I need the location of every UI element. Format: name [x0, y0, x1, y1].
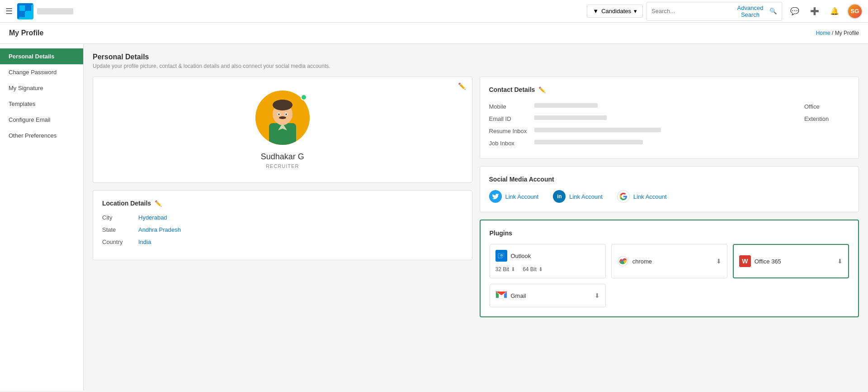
plugins-card: Plugins	[480, 220, 859, 317]
country-row: Country India	[102, 239, 463, 245]
contact-table: Mobile Office Email	[489, 100, 850, 149]
sidebar-item-other-preferences[interactable]: Other Preferences	[0, 128, 83, 143]
sidebar-item-personal-details[interactable]: Personal Details	[0, 48, 83, 64]
email-row: Email ID Extention	[489, 113, 850, 125]
chrome-download-icon[interactable]: ⬇	[716, 258, 722, 265]
chrome-icon	[617, 255, 629, 267]
sidebar-item-configure-email[interactable]: Configure Email	[0, 112, 83, 128]
notification-icon-button[interactable]: 🔔	[827, 4, 842, 19]
advanced-search-button[interactable]: Advanced Search	[731, 5, 769, 18]
download-32-icon[interactable]: ⬇	[511, 266, 515, 272]
search-input[interactable]	[651, 8, 727, 14]
outlook-label: Outlook	[511, 253, 531, 259]
svg-point-14	[285, 114, 287, 115]
chrome-label: chrome	[632, 258, 652, 265]
location-edit-icon[interactable]: ✏️	[155, 200, 162, 207]
profile-name: Sudhakar G	[261, 152, 304, 162]
svg-point-10	[279, 116, 286, 119]
svg-point-13	[278, 114, 279, 115]
breadcrumb-home[interactable]: Home	[816, 30, 830, 36]
sidebar-item-label: Configure Email	[9, 116, 51, 123]
mobile-value-blurred	[534, 103, 598, 108]
chrome-label-row: chrome	[617, 255, 652, 267]
country-value: India	[138, 239, 151, 245]
city-value: Hyderabad	[138, 214, 167, 221]
sidebar-item-label: My Signature	[9, 85, 43, 91]
twitter-link-item[interactable]: Link Account	[489, 190, 539, 203]
country-label: Country	[102, 239, 138, 245]
linkedin-icon: in	[553, 190, 566, 203]
logo-area	[17, 3, 73, 19]
user-avatar-button[interactable]: SG	[847, 4, 863, 19]
state-row: State Andhra Pradesh	[102, 226, 463, 233]
profile-edit-icon[interactable]: ✏️	[458, 82, 466, 90]
sidebar-item-label: Templates	[9, 100, 35, 107]
breadcrumb-current: My Profile	[835, 30, 859, 36]
main-content: Personal Details Update your profile pic…	[84, 44, 868, 391]
page-header: My Profile Home / My Profile	[0, 23, 868, 44]
linkedin-link-text: Link Account	[569, 193, 603, 200]
svg-rect-2	[19, 12, 25, 17]
plugins-title: Plugins	[490, 229, 849, 237]
sidebar-item-label: Personal Details	[9, 53, 54, 60]
google-link-item[interactable]: Link Account	[617, 190, 667, 203]
office365-label: Office 365	[755, 258, 781, 265]
plugin-gmail: Gmail ⬇	[490, 284, 606, 307]
gmail-download-icon[interactable]: ⬇	[594, 292, 600, 299]
resume-inbox-label: Resume Inbox	[489, 128, 527, 134]
avatar-container	[255, 91, 310, 145]
svg-rect-3	[26, 12, 31, 17]
state-label: State	[102, 226, 138, 233]
sidebar-item-change-password[interactable]: Change Password	[0, 64, 83, 80]
nav-center: ▼ Candidates ▾ Advanced Search 🔍	[587, 2, 782, 21]
gmail-label-row: Gmail	[495, 290, 526, 301]
filter-icon: ▼	[593, 8, 599, 14]
section-title: Personal Details	[93, 53, 859, 61]
breadcrumb-separator: /	[832, 30, 835, 36]
sidebar-item-my-signature[interactable]: My Signature	[0, 80, 83, 96]
download-64-icon[interactable]: ⬇	[538, 266, 543, 272]
online-status-dot	[301, 94, 307, 100]
chevron-down-icon: ▾	[634, 8, 637, 14]
email-label: Email ID	[489, 115, 511, 122]
contact-title: Contact Details	[489, 86, 535, 93]
office-label: Office	[804, 103, 820, 110]
email-value-blurred	[534, 115, 607, 120]
plugins-bottom-grid: Gmail ⬇	[490, 284, 849, 307]
sidebar: Personal Details Change Password My Sign…	[0, 44, 84, 391]
sidebar-item-templates[interactable]: Templates	[0, 96, 83, 112]
add-icon-button[interactable]: ➕	[807, 4, 822, 19]
hamburger-button[interactable]: ☰	[5, 6, 13, 16]
social-title: Social Media Account	[489, 176, 850, 183]
mobile-label: Mobile	[489, 103, 506, 110]
svg-point-9	[273, 100, 292, 110]
plugin-outlook: O Outlook 32 Bit ⬇	[490, 244, 606, 278]
twitter-link-text: Link Account	[505, 193, 539, 200]
content-grid: ✏️	[93, 76, 859, 317]
gmail-icon	[495, 290, 507, 301]
resume-inbox-row: Resume Inbox	[489, 125, 850, 137]
plugin-office365: W Office 365 ⬇	[733, 244, 849, 278]
linkedin-link-item[interactable]: in Link Account	[553, 190, 603, 203]
plugins-empty-2	[733, 284, 849, 307]
candidates-filter-button[interactable]: ▼ Candidates ▾	[587, 5, 643, 18]
extension-label: Extention	[804, 115, 829, 122]
outlook-header: O Outlook	[495, 250, 600, 262]
social-row: Link Account in Link Account	[489, 190, 850, 203]
app-logo	[17, 3, 33, 19]
office365-download-icon[interactable]: ⬇	[837, 258, 843, 265]
top-navigation: ☰ ▼ Candidates ▾ Advanced Search 🔍 💬 ➕ 🔔…	[0, 0, 868, 23]
contact-details-card: Contact Details ✏️ Mobile Off	[480, 76, 859, 159]
search-icon-button[interactable]: 🔍	[769, 8, 777, 14]
contact-edit-icon[interactable]: ✏️	[538, 86, 546, 93]
outlook-bit-options: 32 Bit ⬇ 64 Bit ⬇	[495, 266, 600, 272]
profile-card: ✏️	[93, 76, 472, 183]
right-column: Contact Details ✏️ Mobile Off	[480, 76, 859, 317]
bit32-option[interactable]: 32 Bit ⬇	[495, 266, 516, 272]
location-card: Location Details ✏️ City Hyderabad State…	[93, 190, 472, 260]
nav-icons: 💬 ➕ 🔔 SG	[788, 4, 863, 19]
bit64-option[interactable]: 64 Bit ⬇	[523, 266, 543, 272]
gmail-label: Gmail	[511, 292, 526, 299]
outlook-icon: O	[495, 250, 507, 262]
message-icon-button[interactable]: 💬	[788, 4, 802, 19]
